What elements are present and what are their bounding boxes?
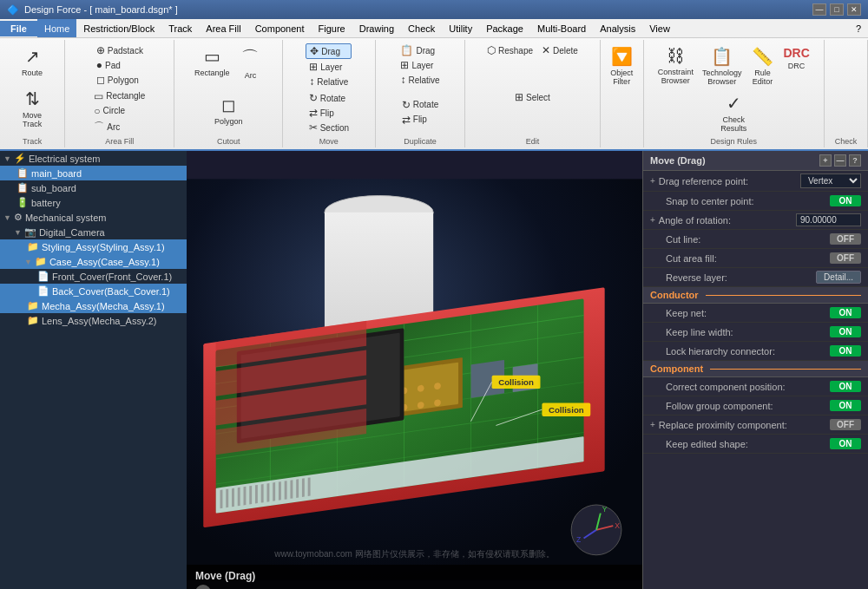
expand-icon-drag-ref[interactable]: + xyxy=(650,176,655,186)
replace-proximity-toggle[interactable]: OFF xyxy=(830,419,861,430)
tree-item-mechanical[interactable]: ▼ ⚙ Mechanical system xyxy=(0,210,187,225)
cut-area-toggle[interactable]: OFF xyxy=(830,252,861,264)
svg-rect-18 xyxy=(400,363,458,413)
menu-drawing[interactable]: Drawing xyxy=(352,19,401,37)
follow-group-toggle[interactable]: ON xyxy=(830,400,861,411)
keep-shape-toggle[interactable]: ON xyxy=(830,438,861,449)
tree-item-digital-camera[interactable]: ▼ 📷 Digital_Camera xyxy=(0,225,187,239)
expand-icon-proximity[interactable]: + xyxy=(650,420,655,429)
arc-area-button[interactable]: ⌒ Arc xyxy=(90,119,148,135)
minimize-button[interactable]: — xyxy=(812,3,826,16)
tree-item-styling-assy[interactable]: 📁 Styling_Assy(Styling_Assy.1) xyxy=(0,239,187,254)
menu-view[interactable]: View xyxy=(642,19,677,37)
drag-dup-button[interactable]: 📋 Drag xyxy=(397,43,443,57)
object-filter-button[interactable]: 🔽 ObjectFilter xyxy=(606,43,637,88)
panel-row-cut-line: Cut line: OFF xyxy=(643,230,868,249)
delete-button[interactable]: ✕ Delete xyxy=(538,43,582,57)
menu-utility[interactable]: Utility xyxy=(442,19,479,37)
constraint-browser-button[interactable]: ⛓ ConstraintBrowser xyxy=(654,43,697,88)
tree-item-battery[interactable]: 🔋 battery xyxy=(0,195,187,210)
technology-browser-button[interactable]: 📋 TechnologyBrowser xyxy=(699,43,746,88)
correct-pos-toggle[interactable]: ON xyxy=(830,381,861,392)
ribbon-col-2: ▭ Rectangle ○ Circle ⌒ Arc xyxy=(90,89,148,135)
polygon-cutout-label: Polygon xyxy=(214,117,243,126)
tree-item-mecha-assy[interactable]: 📁 Mecha_Assy(Mecha_Assy.1) xyxy=(0,298,187,313)
tree-item-sub-board[interactable]: 📋 sub_board xyxy=(0,180,187,195)
rectangle-area-button[interactable]: ▭ Rectangle xyxy=(90,89,148,103)
move-track-button[interactable]: ⇅ MoveTrack xyxy=(16,86,48,131)
section-move-label: Section xyxy=(320,123,349,133)
close-button[interactable]: ✕ xyxy=(847,3,861,16)
lock-hierarchy-toggle[interactable]: ON xyxy=(830,345,861,357)
reshape-button[interactable]: ⬡ Reshape xyxy=(483,43,536,57)
relative-move-button[interactable]: ↕ Relative xyxy=(306,75,352,88)
route-button[interactable]: ↗ Route xyxy=(16,43,48,80)
rotate-dup-button[interactable]: ↻ Rotate xyxy=(398,98,442,112)
panel-help-btn[interactable]: ? xyxy=(849,154,861,167)
padstack-button[interactable]: ⊕ Padstack xyxy=(93,43,147,57)
constraint-label: ConstraintBrowser xyxy=(658,68,694,85)
tree-label-sub-board: sub_board xyxy=(31,183,76,193)
polygon-cutout-button[interactable]: ◻ Polygon xyxy=(211,92,247,128)
keep-net-toggle[interactable]: ON xyxy=(830,307,861,318)
menu-home[interactable]: Home xyxy=(37,19,76,37)
menu-analysis[interactable]: Analysis xyxy=(593,19,642,37)
panel-row-correct-pos: Correct component position: ON xyxy=(643,377,868,396)
arc-cutout-label: Arc xyxy=(245,71,257,80)
snap-toggle[interactable]: ON xyxy=(830,195,861,206)
menu-package[interactable]: Package xyxy=(479,19,530,37)
expand-icon-angle[interactable]: + xyxy=(650,215,655,225)
select-button[interactable]: ⊞ Select xyxy=(511,90,554,104)
tree-item-main-board[interactable]: 📋 main_board xyxy=(0,166,187,180)
keep-net-label: Keep net: xyxy=(666,308,830,318)
rule-editor-button[interactable]: 📏 RuleEditor xyxy=(746,43,778,88)
flip-dup-button[interactable]: ⇄ Flip xyxy=(398,113,442,127)
flip-dup-icon: ⇄ xyxy=(402,114,411,126)
menu-help[interactable]: ? xyxy=(849,19,868,37)
keep-line-toggle[interactable]: ON xyxy=(830,326,861,337)
pad-button[interactable]: ● Pad xyxy=(93,58,147,72)
rotate-move-button[interactable]: ↻ Rotate xyxy=(306,91,352,105)
detail-button[interactable]: Detail... xyxy=(816,271,861,284)
svg-rect-31 xyxy=(238,488,240,507)
reverse-layer-label: Reverse layer: xyxy=(666,272,816,283)
svg-text:Y: Y xyxy=(602,505,608,514)
layer-dup-button[interactable]: ⊞ Layer xyxy=(397,58,443,72)
drag-move-button[interactable]: ✥ Drag xyxy=(306,43,352,59)
cut-line-toggle[interactable]: OFF xyxy=(830,233,861,245)
maximize-button[interactable]: □ xyxy=(830,3,844,16)
check-results-button[interactable]: ✓ CheckResults xyxy=(717,90,750,135)
drag-ref-dropdown[interactable]: Vertex Center Edge xyxy=(800,173,861,188)
menu-restriction-block[interactable]: Restriction/Block xyxy=(76,19,161,37)
panel-expand-btn[interactable]: + xyxy=(819,154,832,167)
circle-area-button[interactable]: ○ Circle xyxy=(90,104,148,118)
polygon-area-button[interactable]: ◻ Polygon xyxy=(93,73,147,87)
menu-component[interactable]: Component xyxy=(248,19,312,37)
tree-item-front-cover[interactable]: 📄 Front_Cover(Front_Cover.1) xyxy=(0,269,187,284)
menu-figure[interactable]: Figure xyxy=(312,19,352,37)
menu-multi-board[interactable]: Multi-Board xyxy=(530,19,593,37)
angle-input[interactable] xyxy=(796,213,861,226)
menu-area-fill[interactable]: Area Fill xyxy=(199,19,247,37)
menu-file[interactable]: File xyxy=(0,21,37,36)
tree-item-lens-assy[interactable]: 📁 Lens_Assy(Mecha_Assy.2) xyxy=(0,313,187,328)
svg-rect-35 xyxy=(261,484,264,503)
flip-move-button[interactable]: ⇄ Flip xyxy=(306,106,352,120)
menu-check[interactable]: Check xyxy=(401,19,442,37)
menu-track[interactable]: Track xyxy=(161,19,199,37)
rectangle-cutout-button[interactable]: ▭ Rectangle xyxy=(191,43,233,80)
relative-dup-button[interactable]: ↕ Relative xyxy=(397,73,443,87)
panel-minimize-btn[interactable]: — xyxy=(834,154,846,167)
canvas-area[interactable]: Collision Collision X Y Z Move (Drag) G xyxy=(187,151,642,589)
ribbon-group-area-fill: ⊕ Padstack ● Pad ◻ Polygon ▭ Rectangle xyxy=(65,40,174,147)
arc-cutout-icon: ⌒ xyxy=(241,46,259,69)
panel-row-reverse-layer: Reverse layer: Detail... xyxy=(643,268,868,287)
cut-line-label: Cut line: xyxy=(666,234,830,245)
layer-move-button[interactable]: ⊞ Layer xyxy=(306,60,352,74)
drc-button[interactable]: DRC DRC xyxy=(779,43,812,73)
tree-item-back-cover[interactable]: 📄 Back_Cover(Back_Cover.1) xyxy=(0,284,187,298)
tree-item-case-assy[interactable]: ▼ 📁 Case_Assy(Case_Assy.1) xyxy=(0,254,187,269)
section-move-button[interactable]: ✂ Section xyxy=(306,121,352,134)
arc-cutout-button[interactable]: ⌒ Arc xyxy=(234,43,266,82)
tree-item-electrical[interactable]: ▼ ⚡ Electrical system xyxy=(0,151,187,166)
